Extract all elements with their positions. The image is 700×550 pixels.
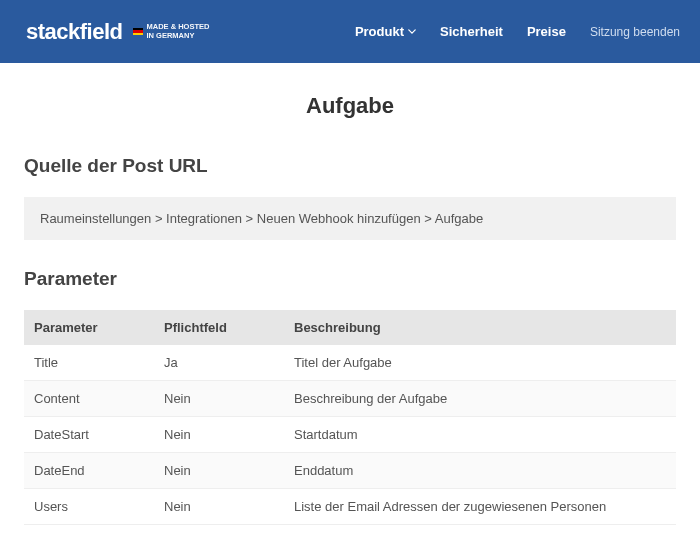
logo[interactable]: stackfield xyxy=(26,19,123,45)
chevron-down-icon xyxy=(408,29,416,34)
th-description: Beschreibung xyxy=(284,310,676,345)
cell-parameter: Users xyxy=(24,489,154,525)
cell-parameter: DateEnd xyxy=(24,453,154,489)
table-row: DateEnd Nein Enddatum xyxy=(24,453,676,489)
page-title: Aufgabe xyxy=(24,93,676,119)
parameter-table: Parameter Pflichtfeld Beschreibung Title… xyxy=(24,310,676,525)
nav-preise[interactable]: Preise xyxy=(527,24,566,39)
th-required: Pflichtfeld xyxy=(154,310,284,345)
cell-parameter: Title xyxy=(24,345,154,381)
tagline-line2: IN GERMANY xyxy=(147,32,210,40)
germany-flag-icon xyxy=(133,28,143,35)
top-nav: Produkt Sicherheit Preise Sitzung beende… xyxy=(355,24,680,39)
nav-sicherheit[interactable]: Sicherheit xyxy=(440,24,503,39)
cell-description: Liste der Email Adressen der zugewiesene… xyxy=(284,489,676,525)
cell-description: Beschreibung der Aufgabe xyxy=(284,381,676,417)
nav-produkt[interactable]: Produkt xyxy=(355,24,416,39)
cell-required: Nein xyxy=(154,417,284,453)
section-parameter-heading: Parameter xyxy=(24,268,676,290)
cell-required: Nein xyxy=(154,381,284,417)
nav-produkt-label: Produkt xyxy=(355,24,404,39)
cell-parameter: Content xyxy=(24,381,154,417)
cell-required: Ja xyxy=(154,345,284,381)
table-header-row: Parameter Pflichtfeld Beschreibung xyxy=(24,310,676,345)
content-area: Aufgabe Quelle der Post URL Raumeinstell… xyxy=(0,63,700,550)
breadcrumb: Raumeinstellungen > Integrationen > Neue… xyxy=(24,197,676,240)
table-row: Users Nein Liste der Email Adressen der … xyxy=(24,489,676,525)
th-parameter: Parameter xyxy=(24,310,154,345)
table-row: Content Nein Beschreibung der Aufgabe xyxy=(24,381,676,417)
cell-description: Enddatum xyxy=(284,453,676,489)
table-row: Title Ja Titel der Aufgabe xyxy=(24,345,676,381)
tagline: MADE & HOSTED IN GERMANY xyxy=(147,23,210,40)
cell-description: Titel der Aufgabe xyxy=(284,345,676,381)
table-row: DateStart Nein Startdatum xyxy=(24,417,676,453)
cell-required: Nein xyxy=(154,489,284,525)
top-header: stackfield MADE & HOSTED IN GERMANY Prod… xyxy=(0,0,700,63)
section-source-heading: Quelle der Post URL xyxy=(24,155,676,177)
tagline-wrap: MADE & HOSTED IN GERMANY xyxy=(133,23,210,40)
cell-description: Startdatum xyxy=(284,417,676,453)
cell-required: Nein xyxy=(154,453,284,489)
cell-parameter: DateStart xyxy=(24,417,154,453)
nav-logout[interactable]: Sitzung beenden xyxy=(590,25,680,39)
